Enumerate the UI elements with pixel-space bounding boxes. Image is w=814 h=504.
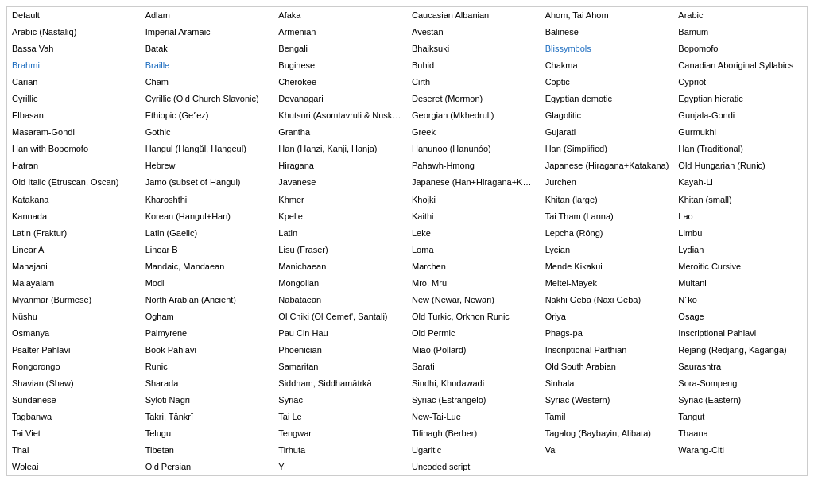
list-item: Hangul (Hangŭl, Hangeul)	[141, 141, 274, 157]
list-item: Ahom, Tai Ahom	[541, 7, 674, 24]
list-item: Sindhi, Khudawadi	[407, 375, 541, 392]
list-item: Kannada	[7, 208, 141, 225]
list-item: Syloti Nagri	[141, 392, 274, 409]
list-item: Caucasian Albanian	[407, 7, 541, 24]
list-item: Masaram-Gondi	[7, 124, 141, 141]
list-item: Phoenician	[273, 342, 407, 359]
list-item: Deseret (Mormon)	[407, 91, 541, 107]
list-item: Khmer	[273, 192, 407, 208]
list-item: Kharoshthi	[141, 192, 274, 208]
list-item: Pau Cin Hau	[273, 325, 407, 342]
list-item: North Arabian (Ancient)	[141, 292, 274, 308]
list-item: Armenian	[273, 24, 407, 41]
list-item: Ugaritic	[407, 442, 541, 459]
list-item: Nüshu	[7, 308, 141, 325]
list-item: Coptic	[541, 74, 674, 91]
list-item: Tagbanwa	[7, 409, 141, 425]
list-item: Japanese (Hiragana+Katakana)	[541, 157, 674, 174]
list-item: Gurmukhi	[673, 124, 807, 141]
list-item: Georgian (Mkhedruli)	[407, 107, 541, 124]
list-item: Linear A	[7, 242, 141, 258]
list-item: Gothic	[141, 124, 274, 141]
list-item: Lao	[673, 208, 807, 225]
list-item: Greek	[407, 124, 541, 141]
list-item: Kpelle	[273, 208, 407, 225]
list-item: Palmyrene	[141, 325, 274, 342]
list-item: Osmanya	[7, 325, 141, 342]
list-item: Adlam	[141, 7, 274, 24]
list-item: Han (Hanzi, Kanji, Hanja)	[273, 141, 407, 157]
list-item: Runic	[141, 359, 274, 375]
list-item: Meroitic Cursive	[673, 258, 807, 275]
list-item: Mro, Mru	[407, 275, 541, 292]
list-item: Avestan	[407, 24, 541, 41]
script-grid: DefaultAdlamAfakaCaucasian AlbanianAhom,…	[6, 6, 808, 476]
list-item: Uncoded script	[407, 459, 541, 475]
list-item: Cypriot	[673, 74, 807, 91]
list-item: Myanmar (Burmese)	[7, 292, 141, 308]
list-item: Linear B	[141, 242, 274, 258]
list-item: Buhid	[407, 57, 541, 74]
list-item: Warang-Citi	[673, 442, 807, 459]
list-item: Rongorongo	[7, 359, 141, 375]
list-item: Nʼko	[673, 292, 807, 308]
list-item: Oriya	[541, 308, 674, 325]
list-item: Devanagari	[273, 91, 407, 107]
list-item: Old Italic (Etruscan, Oscan)	[7, 174, 141, 191]
list-item: Mende Kikakui	[541, 258, 674, 275]
list-item: Cham	[141, 74, 274, 91]
list-item: Yi	[273, 459, 407, 475]
list-item: Vai	[541, 442, 674, 459]
list-item: Jamo (subset of Hangul)	[141, 174, 274, 191]
list-item: Malayalam	[7, 275, 141, 292]
list-item: Ogham	[141, 308, 274, 325]
list-item: Kayah-Li	[673, 174, 807, 191]
list-item: Japanese (Han+Hiragana+Katakana)	[407, 174, 541, 191]
list-item: Sundanese	[7, 392, 141, 409]
list-item: Multani	[673, 275, 807, 292]
list-item: Chakma	[541, 57, 674, 74]
list-item: Pahawh-Hmong	[407, 157, 541, 174]
list-item: Nabataean	[273, 292, 407, 308]
list-item: Brahmi	[7, 57, 141, 74]
list-item: Telugu	[141, 425, 274, 442]
list-item: Hanunoo (Hanunóo)	[407, 141, 541, 157]
list-item: Khitan (small)	[673, 192, 807, 208]
list-item: Tagalog (Baybayin, Alibata)	[541, 425, 674, 442]
list-item: Osage	[673, 308, 807, 325]
list-item: Woleai	[7, 459, 141, 475]
list-item: Phags-pa	[541, 325, 674, 342]
list-item: Braille	[141, 57, 274, 74]
list-item: Latin (Gaelic)	[141, 225, 274, 242]
list-item: Cherokee	[273, 74, 407, 91]
list-item: Tai Viet	[7, 425, 141, 442]
list-item: Batak	[141, 41, 274, 57]
list-item: Bassa Vah	[7, 41, 141, 57]
list-item: Ethiopic (Geʼez)	[141, 107, 274, 124]
list-item: Tai Tham (Lanna)	[541, 208, 674, 225]
list-item: Lycian	[541, 242, 674, 258]
list-item: Bopomofo	[673, 41, 807, 57]
list-item: Bhaiksuki	[407, 41, 541, 57]
list-item: Syriac	[273, 392, 407, 409]
list-item: Han with Bopomofo	[7, 141, 141, 157]
list-item: Egyptian hieratic	[673, 91, 807, 107]
list-item: Tengwar	[273, 425, 407, 442]
list-item: Latin (Fraktur)	[7, 225, 141, 242]
list-item: New-Tai-Lue	[407, 409, 541, 425]
list-item: Old South Arabian	[541, 359, 674, 375]
list-item: Egyptian demotic	[541, 91, 674, 107]
list-item: Old Persian	[141, 459, 274, 475]
list-item: Cyrillic	[7, 91, 141, 107]
list-item: Latin	[273, 225, 407, 242]
list-item: Arabic	[673, 7, 807, 24]
list-item: Sinhala	[541, 375, 674, 392]
list-item: Han (Simplified)	[541, 141, 674, 157]
list-item: Canadian Aboriginal Syllabics	[673, 57, 807, 74]
list-item: Leke	[407, 225, 541, 242]
list-item: Korean (Hangul+Han)	[141, 208, 274, 225]
list-item: Blissymbols	[541, 41, 674, 57]
list-item: Modi	[141, 275, 274, 292]
list-item: Shavian (Shaw)	[7, 375, 141, 392]
list-item: Bengali	[273, 41, 407, 57]
